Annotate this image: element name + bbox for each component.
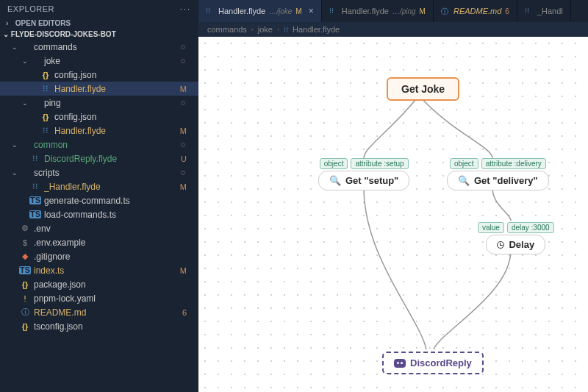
git-badge: M <box>180 182 187 191</box>
folder-item[interactable]: ⌄commands <box>0 40 198 54</box>
file-item[interactable]: {}config.json <box>0 68 198 82</box>
file-label: .gitignore <box>34 252 193 262</box>
clock-icon <box>497 241 504 249</box>
file-item[interactable]: ◆.gitignore <box>0 249 198 263</box>
file-item[interactable]: ⁝⁝Handler.flydeM <box>0 124 198 138</box>
flyde-canvas[interactable]: Get Joke object attribute :setup 🔍 Get "… <box>198 37 588 392</box>
chevron-right-icon: › <box>251 26 254 33</box>
node-body: 🔍 Get "setup" <box>318 171 409 190</box>
node-label: Get "delivery" <box>474 175 538 186</box>
file-label: Handler.flyde <box>54 84 180 94</box>
file-label: config.json <box>54 112 193 122</box>
git-badge: M <box>180 85 187 93</box>
folder-item[interactable]: ⌄scripts <box>0 165 198 179</box>
tab-name: Handler.flyde <box>342 7 389 15</box>
file-item[interactable]: TSload-commands.ts <box>0 207 198 221</box>
pin[interactable]: object <box>320 158 348 169</box>
git-badge: M <box>180 266 187 275</box>
decoration-dot <box>181 101 185 105</box>
node-body: 🔍 Get "delivery" <box>447 171 549 190</box>
node-body: Get Joke <box>387 77 459 101</box>
file-label: load-commands.ts <box>44 210 193 220</box>
editor-tab[interactable]: ⓘREADME.md6 <box>434 0 517 22</box>
node-label: Delay <box>509 239 534 250</box>
chevron-down-icon: ⌄ <box>10 43 19 51</box>
node-get-setup[interactable]: object attribute :setup 🔍 Get "setup" <box>318 158 409 190</box>
discord-icon <box>394 359 406 368</box>
chevron-right-icon: › <box>6 19 13 27</box>
modified-badge: M <box>420 7 426 15</box>
flyde-icon: ⁝⁝ <box>29 154 41 163</box>
close-icon[interactable]: × <box>309 6 314 16</box>
file-label: tsconfig.json <box>34 321 193 332</box>
node-discord-reply[interactable]: DiscordReply <box>382 352 484 374</box>
editor-tab[interactable]: ⁝⁝_Handl <box>517 0 571 22</box>
decoration-dot <box>181 59 185 63</box>
pin[interactable]: attribute :setup <box>351 158 408 169</box>
pin[interactable]: object <box>450 158 478 169</box>
git-badge: 6 <box>182 308 187 317</box>
folder-item[interactable]: ⌄ping <box>0 96 198 110</box>
git-badge: M <box>180 126 187 135</box>
readme-icon: ⓘ <box>19 307 31 318</box>
decoration-dot <box>181 45 185 49</box>
file-label: generate-command.ts <box>44 196 193 206</box>
file-label: ping <box>44 98 181 108</box>
file-item[interactable]: ⁝⁝DiscordReply.flydeU <box>0 152 198 165</box>
tab-bar: ⁝⁝Handler.flyde…/jokeM×⁝⁝Handler.flyde…/… <box>198 0 588 22</box>
node-get-delivery[interactable]: object attribute :delivery 🔍 Get "delive… <box>447 158 549 190</box>
folder-item[interactable]: ⌄common <box>0 138 198 152</box>
file-item[interactable]: {}package.json <box>0 277 198 291</box>
explorer-header: EXPLORER ··· <box>0 0 198 18</box>
file-item[interactable]: {}config.json <box>0 110 198 124</box>
breadcrumb-item[interactable]: Handler.flyde <box>293 25 340 34</box>
node-pins: value delay :3000 <box>478 222 554 233</box>
flyde-icon: ⁝⁝ <box>40 126 51 135</box>
ts-icon: TS <box>29 196 41 204</box>
file-item[interactable]: TSindex.tsM <box>0 263 198 277</box>
file-label: Handler.flyde <box>54 126 180 136</box>
file-item[interactable]: ⁝⁝Handler.flydeM <box>0 82 198 96</box>
json-icon: {} <box>19 322 31 331</box>
breadcrumb-item[interactable]: joke <box>258 25 273 34</box>
file-item[interactable]: !pnpm-lock.yaml <box>0 291 198 305</box>
node-delay[interactable]: value delay :3000 Delay <box>478 222 554 254</box>
file-label: README.md <box>34 307 182 318</box>
file-item[interactable]: ⓘREADME.md6 <box>0 305 198 319</box>
file-label: index.ts <box>34 266 180 276</box>
pin[interactable]: value <box>478 222 504 233</box>
node-get-joke[interactable]: Get Joke <box>387 77 459 101</box>
flyde-icon: ⁝⁝ <box>206 7 215 15</box>
tab-path: …/joke <box>269 7 292 15</box>
file-item[interactable]: $.env.example <box>0 235 198 249</box>
project-section[interactable]: ⌄ FLYDE-DISCORD-JOKES-BOT <box>0 29 198 40</box>
editor-tab[interactable]: ⁝⁝Handler.flyde…/jokeM× <box>198 0 322 22</box>
breadcrumb-item[interactable]: commands <box>207 25 247 34</box>
file-label: scripts <box>34 168 181 178</box>
file-item[interactable]: ⁝⁝_Handler.flydeM <box>0 179 198 193</box>
file-label: joke <box>44 56 181 66</box>
node-body: DiscordReply <box>382 352 484 374</box>
open-editors-label: OPEN EDITORS <box>15 19 71 27</box>
pin[interactable]: delay :3000 <box>507 222 554 233</box>
editor-tab[interactable]: ⁝⁝Handler.flyde…/pingM <box>322 0 434 22</box>
file-label: .env.example <box>34 238 193 248</box>
file-item[interactable]: ⚙.env <box>0 221 198 235</box>
gear-icon: ⚙ <box>19 224 31 233</box>
explorer-more-icon[interactable]: ··· <box>180 4 191 13</box>
decoration-dot <box>181 171 185 175</box>
tab-name: README.md <box>453 7 501 15</box>
folder-item[interactable]: ⌄joke <box>0 54 198 68</box>
chevron-right-icon: › <box>277 26 279 33</box>
flyde-icon: ⁝⁝ <box>525 7 534 15</box>
breadcrumb[interactable]: commands › joke › ⁝⁝ Handler.flyde <box>198 22 588 37</box>
json-icon: {} <box>19 280 31 289</box>
pin[interactable]: attribute :delivery <box>481 158 546 169</box>
open-editors-section[interactable]: › OPEN EDITORS <box>0 18 198 29</box>
file-tree: ⌄commands⌄joke{}config.json⁝⁝Handler.fly… <box>0 40 198 392</box>
file-item[interactable]: TSgenerate-command.ts <box>0 193 198 207</box>
json-icon: {} <box>40 113 51 121</box>
file-label: common <box>34 140 181 150</box>
search-icon: 🔍 <box>458 175 470 186</box>
file-item[interactable]: {}tsconfig.json <box>0 319 198 333</box>
